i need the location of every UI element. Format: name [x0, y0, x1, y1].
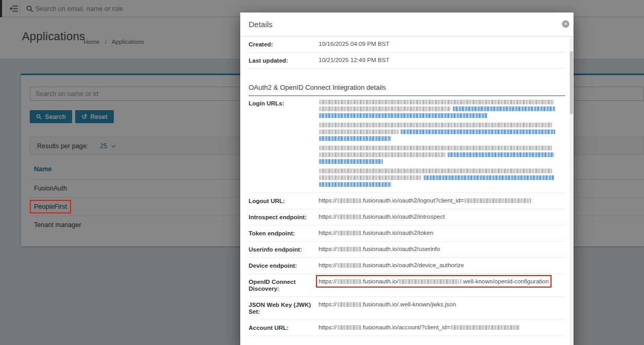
- redacted-text: [337, 247, 361, 252]
- redacted-text: [464, 198, 531, 203]
- redacted-text: [319, 169, 552, 173]
- details-modal: Details ✕ Created:10/16/2025 04:09 PM BS…: [240, 13, 573, 345]
- redacted-text: [319, 106, 451, 111]
- field-label: Introspect endpoint:: [249, 213, 319, 221]
- redacted-login-url-line: [319, 146, 565, 150]
- field-value: 10/16/2025 04:09 PM BST: [319, 41, 565, 48]
- endpoint-url: https://.fusionauth.io/.well-known/jwks.…: [319, 301, 456, 307]
- redacted-login-url-line: [319, 123, 565, 127]
- redacted-login-url-line: [319, 159, 565, 164]
- endpoint-value: https://.fusionauth.io/oauth2/userinfo: [319, 246, 565, 253]
- redacted-link[interactable]: [319, 182, 391, 187]
- endpoint-row: Token endpoint:https://.fusionauth.io/oa…: [249, 225, 565, 242]
- redacted-text: [319, 152, 446, 157]
- field-label: Account URL:: [249, 324, 319, 331]
- redacted-text: [319, 175, 421, 180]
- redacted-text: [337, 279, 361, 284]
- redacted-link[interactable]: [319, 113, 487, 118]
- redacted-link[interactable]: [319, 136, 391, 141]
- redacted-login-url-line: [319, 129, 565, 134]
- redacted-login-url-line: [319, 182, 565, 187]
- endpoint-url: https://.fusionauth.io/account/?client_i…: [319, 324, 520, 330]
- redacted-text: [337, 263, 361, 268]
- login-urls-row: Login URLs:: [249, 96, 565, 193]
- redacted-text: [337, 198, 361, 203]
- field-value: 10/21/2025 12:49 PM BST: [319, 57, 565, 64]
- endpoint-value: https://.fusionauth.io/.well-known/jwks.…: [319, 301, 565, 315]
- endpoint-url: https://.fusionauth.io/oauth2/introspect: [319, 213, 444, 220]
- redacted-login-url-line: [319, 152, 565, 157]
- endpoint-url: https://.fusionauth.io/oauth2/logout?cli…: [319, 197, 532, 204]
- login-urls-value: [319, 100, 565, 189]
- field-label: OpenID Connect Discovery:: [249, 278, 319, 292]
- redacted-link[interactable]: [401, 129, 555, 134]
- redacted-text: [319, 146, 552, 150]
- endpoint-value: https://.fusionauth.io/oauth2/token: [319, 230, 565, 237]
- endpoint-row: Logout URL:https://.fusionauth.io/oauth2…: [249, 193, 565, 209]
- redacted-text: [399, 279, 459, 284]
- field-label: JSON Web Key (JWK) Set:: [249, 301, 319, 315]
- redacted-link[interactable]: [448, 152, 554, 157]
- modal-header: Details ✕: [240, 13, 573, 37]
- endpoint-row: Device endpoint:https://.fusionauth.io/o…: [249, 258, 565, 274]
- endpoint-value: https://.fusionauth.io/oauth2/introspect: [319, 213, 565, 221]
- field-label: Logout URL:: [249, 197, 319, 205]
- modal-scrollbar-thumb[interactable]: [570, 51, 573, 114]
- endpoint-value: https://.fusionauth.io/account/?client_i…: [319, 324, 565, 331]
- redacted-login-url-line: [319, 175, 565, 180]
- field-label: Device endpoint:: [249, 262, 319, 269]
- redacted-link[interactable]: [453, 106, 555, 111]
- endpoint-value: https://.fusionauth.io/oauth2/device_aut…: [319, 262, 565, 269]
- redacted-login-url-line: [319, 113, 565, 118]
- redacted-login-url-line: [319, 106, 565, 111]
- endpoint-url: https://.fusionauth.io/oauth2/token: [319, 230, 434, 236]
- redacted-text: [319, 100, 554, 104]
- endpoint-url: https://.fusionauth.io/oauth2/device_aut…: [319, 262, 464, 268]
- modal-title: Details: [249, 20, 273, 29]
- redacted-text: [319, 123, 552, 127]
- endpoint-row: Userinfo endpoint:https://.fusionauth.io…: [249, 242, 565, 258]
- endpoint-url: https://.fusionauth.io/oauth2/userinfo: [319, 246, 440, 252]
- endpoint-url: https://.fusionauth.io//.well-known/open…: [319, 278, 549, 284]
- endpoint-row: Account URL:https://.fusionauth.io/accou…: [249, 320, 565, 336]
- redacted-text: [337, 215, 361, 219]
- redacted-login-url-line: [319, 136, 565, 141]
- modal-scrollbar-track[interactable]: [570, 37, 573, 345]
- endpoint-row: OpenID Connect Discovery:https://.fusion…: [249, 274, 565, 297]
- redacted-text: [451, 325, 520, 330]
- redacted-text: [337, 325, 361, 330]
- field-label: Userinfo endpoint:: [249, 246, 319, 253]
- integration-section-title: OAuth2 & OpenID Connect Integration deta…: [249, 84, 565, 96]
- endpoint-row: JSON Web Key (JWK) Set:https://.fusionau…: [249, 297, 565, 320]
- field-label: Created:: [249, 41, 319, 48]
- redacted-link[interactable]: [424, 175, 554, 180]
- close-icon[interactable]: ✕: [562, 20, 569, 28]
- redacted-login-url-line: [319, 169, 565, 173]
- endpoint-value: https://.fusionauth.io/oauth2/logout?cli…: [319, 197, 565, 205]
- redacted-text: [319, 129, 399, 134]
- redacted-login-url-line: [319, 100, 565, 104]
- redacted-text: [337, 231, 361, 235]
- endpoint-value: https://.fusionauth.io//.well-known/open…: [319, 278, 565, 292]
- field-label: Last updated:: [249, 57, 319, 64]
- endpoint-row: Introspect endpoint:https://.fusionauth.…: [249, 209, 565, 225]
- field-label: Login URLs:: [249, 100, 319, 189]
- field-label: Token endpoint:: [249, 230, 319, 237]
- modal-meta-row: Last updated:10/21/2025 12:49 PM BST: [249, 53, 565, 69]
- redacted-text: [337, 302, 361, 307]
- redacted-link[interactable]: [319, 159, 383, 164]
- modal-meta-row: Created:10/16/2025 04:09 PM BST: [249, 37, 565, 53]
- modal-body: Created:10/16/2025 04:09 PM BSTLast upda…: [240, 37, 573, 345]
